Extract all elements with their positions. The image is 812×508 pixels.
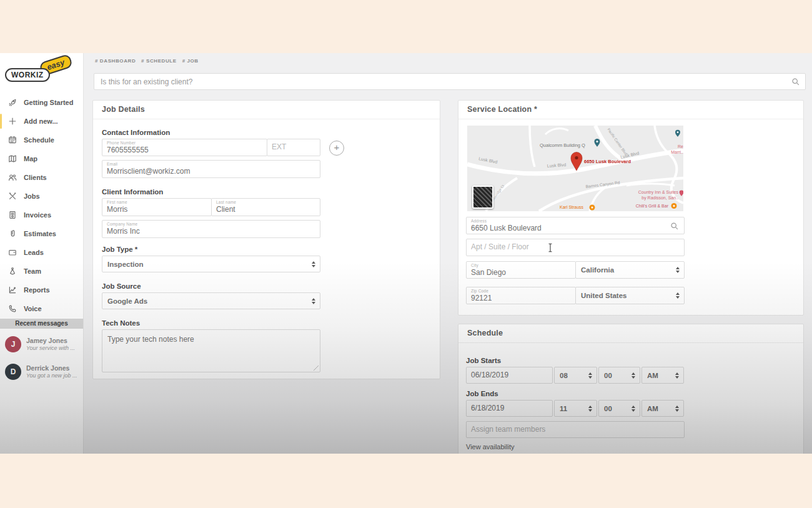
message-preview: Your service with ...	[26, 344, 75, 352]
assign-team-input[interactable]	[467, 422, 684, 437]
map-marker-label: 6650 Lusk Boulevard	[584, 159, 631, 164]
map-poi-label: Country Inn & Suites	[638, 190, 679, 195]
job-type-select[interactable]: Inspection	[102, 256, 320, 272]
end-hour-value: 11	[560, 405, 567, 412]
city-field: City	[466, 261, 576, 279]
sidebar-item-invoices[interactable]: Invoices	[0, 206, 83, 224]
message-item-derrick[interactable]: D Derrick Jones You got a new job ...	[5, 361, 83, 383]
map-poi-label: Karl Strauss	[560, 205, 584, 209]
select-arrows-icon	[676, 292, 680, 299]
team-icon	[7, 266, 17, 276]
start-ampm-select[interactable]: AM	[641, 367, 684, 384]
avatar: D	[5, 364, 21, 380]
job-type-label: Job Type *	[102, 246, 137, 253]
sidebar-item-label: Getting Started	[24, 99, 73, 106]
last-name-field: Last name	[211, 198, 320, 216]
job-source-label: Job Source	[102, 282, 141, 290]
email-field: Email	[102, 160, 320, 178]
country-select[interactable]: United States	[575, 287, 685, 304]
message-sender-name: Jamey Jones	[26, 337, 75, 344]
map-poi-label: Marri..	[671, 150, 683, 154]
breadcrumb-dashboard[interactable]: # DASHBOARD	[95, 58, 136, 64]
tech-notes-textarea[interactable]	[102, 330, 320, 372]
map-poi-label: Qualcomm Building Q	[540, 142, 585, 148]
map-poi-label: Chili's Grill & Bar	[636, 204, 669, 208]
map[interactable]: Lusk Blvd Lusk Blvd Lusk Blvd Pacific Ce…	[467, 126, 683, 211]
select-arrows-icon	[631, 372, 635, 379]
schedule-title: Schedule	[458, 324, 803, 343]
select-arrows-icon	[588, 372, 592, 379]
end-minute-select[interactable]: 00	[598, 400, 640, 417]
jobs-tools-icon	[7, 191, 17, 201]
select-arrows-icon	[631, 406, 635, 412]
job-details-card: Job Details Contact Information Phone Nu…	[92, 100, 440, 379]
client-search-input[interactable]	[94, 74, 805, 89]
breadcrumb-schedule[interactable]: # SCHEDULE	[141, 58, 177, 64]
sidebar-item-map[interactable]: Map	[0, 149, 83, 168]
search-icon	[791, 77, 800, 86]
tech-notes-field	[102, 329, 320, 372]
select-arrows-icon	[675, 406, 679, 412]
sidebar-item-getting-started[interactable]: Getting Started	[0, 93, 83, 112]
end-hour-select[interactable]: 11	[554, 400, 597, 417]
sidebar: easy WORKIZ Getting Started Add new... S…	[0, 53, 84, 454]
country-value: United States	[581, 292, 627, 299]
sidebar-item-jobs[interactable]: Jobs	[0, 187, 83, 206]
select-arrows-icon	[675, 372, 679, 379]
sidebar-item-add-new[interactable]: Add new...	[0, 112, 83, 131]
leads-wallet-icon	[7, 247, 17, 257]
start-minute-select[interactable]: 00	[598, 367, 640, 384]
job-source-value: Google Ads	[107, 297, 147, 305]
address-search-icon[interactable]	[670, 222, 679, 231]
contact-information-label: Contact Information	[102, 129, 170, 136]
clients-icon	[7, 172, 17, 182]
start-date-field	[466, 367, 553, 384]
recent-messages-header: Recent messages	[0, 319, 83, 329]
sidebar-item-estimates[interactable]: Estimates	[0, 224, 83, 243]
sidebar-item-voice[interactable]: Voice	[0, 299, 83, 318]
sidebar-item-label: Add new...	[24, 117, 58, 125]
email-field-label: Email	[107, 162, 117, 166]
rocket-icon	[7, 97, 17, 107]
reports-chart-icon	[7, 285, 17, 295]
address-input[interactable]	[467, 217, 684, 234]
state-select[interactable]: California	[575, 261, 685, 279]
phone-field-label: Phone Number	[107, 141, 136, 145]
state-value: California	[581, 266, 614, 274]
select-arrows-icon	[312, 298, 315, 304]
add-phone-button[interactable]: +	[329, 141, 344, 156]
logo-brand-text: WORKIZ	[5, 68, 50, 82]
ext-input[interactable]	[267, 139, 320, 156]
phone-icon	[7, 304, 17, 314]
sidebar-item-label: Leads	[24, 249, 44, 256]
sidebar-item-clients[interactable]: Clients	[0, 168, 83, 187]
invoice-icon	[7, 210, 17, 220]
workiz-logo[interactable]: easy WORKIZ	[4, 59, 79, 88]
select-arrows-icon	[588, 406, 592, 412]
sidebar-item-reports[interactable]: Reports	[0, 281, 83, 299]
select-arrows-icon	[312, 261, 315, 267]
job-ends-label: Job Ends	[466, 390, 498, 397]
job-source-select[interactable]: Google Ads	[102, 292, 320, 309]
first-name-field: First name	[102, 198, 212, 216]
sidebar-nav: Getting Started Add new... Schedule Map	[0, 93, 83, 318]
end-ampm-select[interactable]: AM	[641, 400, 684, 417]
message-item-jamey[interactable]: J Jamey Jones Your service with ...	[5, 333, 83, 356]
paperclip-icon	[7, 229, 17, 239]
apt-suite-input[interactable]	[467, 239, 684, 256]
workiz-app-window: easy WORKIZ Getting Started Add new... S…	[0, 53, 812, 454]
map-poi-label: Re	[678, 144, 683, 149]
existing-client-search	[94, 73, 806, 90]
end-date-input[interactable]	[467, 401, 552, 416]
sidebar-item-schedule[interactable]: Schedule	[0, 131, 83, 149]
sidebar-item-leads[interactable]: Leads	[0, 243, 83, 262]
start-hour-select[interactable]: 08	[554, 367, 597, 384]
breadcrumb-job[interactable]: # JOB	[182, 58, 199, 64]
email-input[interactable]	[102, 161, 320, 177]
view-availability-link[interactable]: View availability	[466, 443, 514, 451]
start-date-input[interactable]	[467, 367, 552, 383]
city-input[interactable]	[467, 262, 575, 278]
sidebar-item-label: Voice	[24, 305, 42, 312]
street-view-thumbnail[interactable]	[472, 186, 493, 209]
sidebar-item-team[interactable]: Team	[0, 262, 83, 281]
